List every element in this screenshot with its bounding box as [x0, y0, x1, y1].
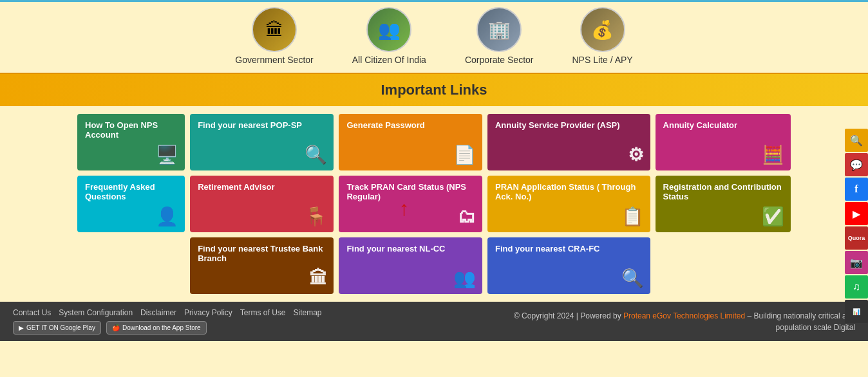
google-play-icon: ▶: [19, 324, 24, 331]
tile-find-cra-fc-label: Find your nearest CRA-FC: [495, 244, 643, 253]
tile-gen-password-icon: 📄: [453, 144, 476, 165]
social-chat-button[interactable]: 💬: [845, 153, 868, 176]
links-col-2: Generate Password 📄 Track PRAN Card Stat…: [339, 114, 482, 294]
sector-item-corp[interactable]: 🏢 Corporate Sector: [465, 7, 534, 65]
tile-track-pran-label: Track PRAN Card Status (NPS Regular): [346, 182, 475, 201]
tile-find-cra-fc-icon: 🔍: [621, 268, 644, 289]
tile-faq-icon: 👤: [156, 206, 178, 227]
social-quora-button[interactable]: Quora: [845, 226, 868, 250]
tile-annuity-calc-icon: 🧮: [762, 144, 784, 165]
copyright-text: © Copyright 2024 | Powered by: [514, 311, 621, 320]
sector-label-citizen: All Citizen Of India: [352, 55, 426, 65]
google-play-button[interactable]: ▶ GET IT ON Google Play: [13, 321, 101, 335]
tile-find-nl-cc-label: Find your nearest NL-CC: [346, 244, 475, 253]
google-play-label: GET IT ON Google Play: [26, 324, 95, 331]
tile-faq[interactable]: Frequently Asked Questions 👤: [77, 176, 185, 232]
tile-retire-advisor-icon: 🪑: [305, 206, 327, 227]
tile-open-nps-label: How To Open NPS Account: [85, 120, 177, 140]
tile-track-pran-wrapper: Track PRAN Card Status (NPS Regular) 🗂 ↑: [339, 176, 482, 232]
tile-pran-app-status[interactable]: PRAN Application Status ( Through Ack. N…: [487, 176, 650, 232]
sector-area: 🏛 Government Sector 👥 All Citizen Of Ind…: [0, 0, 868, 73]
tile-annuity-calc[interactable]: Annuity Calculator 🧮: [656, 114, 791, 170]
footer-contact[interactable]: Contact Us: [13, 308, 51, 317]
tile-annuity-asp[interactable]: Annuity Service Provider (ASP) ⚙: [487, 114, 650, 170]
app-store-label: Download on the App Store: [122, 324, 201, 331]
protean-link[interactable]: Protean eGov Technologies Limited: [623, 311, 745, 320]
tile-retire-advisor-label: Retirement Advisor: [198, 182, 326, 192]
social-youtube-button[interactable]: ▶: [845, 202, 868, 225]
sector-label-nps: NPS Lite / APY: [572, 55, 633, 65]
tile-find-nl-cc-icon: 👥: [453, 268, 476, 289]
links-area: How To Open NPS Account 🖥️ Frequently As…: [0, 106, 868, 302]
social-sidebar: 🔍 💬 f ▶ Quora 📷 ♫ 📊: [845, 129, 868, 323]
tile-find-pop-label: Find your nearest POP-SP: [198, 120, 326, 130]
tile-find-cra-fc[interactable]: Find your nearest CRA-FC 🔍: [487, 237, 650, 294]
app-store-button[interactable]: 🍎 Download on the App Store: [106, 321, 207, 335]
tile-pran-app-status-label: PRAN Application Status ( Through Ack. N…: [495, 182, 643, 201]
links-col-1: Find your nearest POP-SP 🔍 Retirement Ad…: [190, 114, 334, 294]
important-links-heading: Important Links: [381, 82, 487, 98]
footer-left: Contact Us System Configuration Disclaim…: [13, 308, 322, 335]
important-links-banner: Important Links: [0, 73, 868, 106]
tile-find-pop-icon: 🔍: [305, 144, 327, 165]
links-col-4: Annuity Calculator 🧮 Registration and Co…: [656, 114, 791, 294]
sector-label-corp: Corporate Sector: [465, 55, 534, 65]
app-store-icon: 🍎: [112, 324, 120, 331]
footer-links: Contact Us System Configuration Disclaim…: [13, 308, 322, 317]
footer-sitemap[interactable]: Sitemap: [293, 308, 321, 317]
tile-annuity-asp-label: Annuity Service Provider (ASP): [495, 120, 643, 130]
footer-description: – Building nationally critical and popul…: [748, 311, 855, 332]
tile-annuity-asp-icon: ⚙: [628, 144, 644, 165]
tile-trustee-bank[interactable]: Find your nearest Trustee Bank Branch 🏛: [190, 237, 334, 294]
sector-item-citizen[interactable]: 👥 All Citizen Of India: [352, 7, 426, 65]
links-col-0: How To Open NPS Account 🖥️ Frequently As…: [77, 114, 185, 294]
footer-sys-config[interactable]: System Configuration: [59, 308, 133, 317]
sector-circle-nps: 💰: [580, 7, 625, 52]
footer-right: © Copyright 2024 | Powered by Protean eG…: [495, 310, 855, 333]
social-search-button[interactable]: 🔍: [845, 129, 868, 152]
sector-item-gov[interactable]: 🏛 Government Sector: [235, 7, 313, 65]
sector-circle-gov: 🏛: [252, 7, 297, 52]
sector-circle-citizen: 👥: [366, 7, 411, 52]
tile-pran-app-status-icon: 📋: [621, 206, 644, 227]
footer-privacy[interactable]: Privacy Policy: [184, 308, 232, 317]
tile-reg-contrib-label: Registration and Contribution Status: [663, 182, 783, 201]
tile-trustee-bank-label: Find your nearest Trustee Bank Branch: [198, 244, 326, 263]
tile-gen-password[interactable]: Generate Password 📄: [339, 114, 482, 170]
red-arrow-icon: ↑: [399, 197, 410, 221]
social-nsdl-button[interactable]: 📊: [845, 300, 868, 323]
tile-trustee-bank-icon: 🏛: [309, 268, 327, 289]
tile-faq-label: Frequently Asked Questions: [85, 182, 177, 201]
tile-reg-contrib-icon: ✅: [762, 206, 784, 227]
social-instagram-button[interactable]: 📷: [845, 251, 868, 274]
tile-track-pran[interactable]: Track PRAN Card Status (NPS Regular) 🗂 ↑: [339, 176, 482, 232]
app-buttons: ▶ GET IT ON Google Play 🍎 Download on th…: [13, 321, 322, 335]
sector-item-nps[interactable]: 💰 NPS Lite / APY: [572, 7, 633, 65]
tile-find-pop[interactable]: Find your nearest POP-SP 🔍: [190, 114, 334, 170]
tile-open-nps[interactable]: How To Open NPS Account 🖥️: [77, 114, 185, 170]
social-facebook-button[interactable]: f: [845, 178, 868, 201]
footer-terms[interactable]: Terms of Use: [240, 308, 286, 317]
tile-open-nps-icon: 🖥️: [156, 144, 178, 165]
footer-disclaimer[interactable]: Disclaimer: [140, 308, 176, 317]
social-spotify-button[interactable]: ♫: [845, 275, 868, 299]
tile-retire-advisor[interactable]: Retirement Advisor 🪑: [190, 176, 334, 232]
links-col-3: Annuity Service Provider (ASP) ⚙ PRAN Ap…: [487, 114, 650, 294]
sector-circle-corp: 🏢: [476, 7, 522, 52]
tile-gen-password-label: Generate Password: [346, 120, 475, 130]
tile-reg-contrib[interactable]: Registration and Contribution Status ✅: [656, 176, 791, 232]
tile-find-nl-cc[interactable]: Find your nearest NL-CC 👥: [339, 237, 482, 294]
tile-annuity-calc-label: Annuity Calculator: [663, 120, 783, 130]
sector-label-gov: Government Sector: [235, 55, 313, 65]
footer: Contact Us System Configuration Disclaim…: [0, 302, 868, 341]
tile-track-pran-icon: 🗂: [458, 206, 476, 227]
